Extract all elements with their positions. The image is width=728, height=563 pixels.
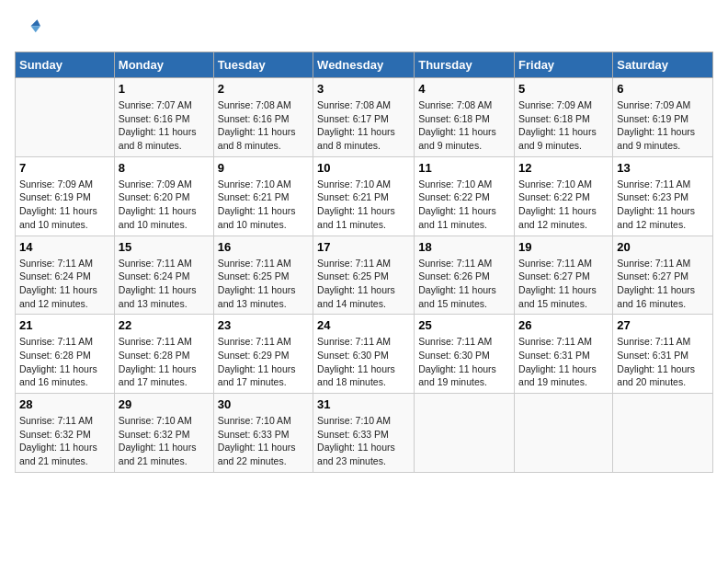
day-cell: 4Sunrise: 7:08 AMSunset: 6:18 PMDaylight… [415,78,515,157]
page-header [15,15,713,40]
day-info: Sunrise: 7:11 AMSunset: 6:28 PMDaylight:… [19,335,110,389]
header-sunday: Sunday [16,52,115,78]
day-info: Sunrise: 7:11 AMSunset: 6:29 PMDaylight:… [218,335,309,389]
day-info: Sunrise: 7:10 AMSunset: 6:32 PMDaylight:… [119,414,210,468]
day-number: 28 [19,397,110,411]
day-info: Sunrise: 7:07 AMSunset: 6:16 PMDaylight:… [119,98,210,153]
day-number: 26 [518,318,609,332]
day-info: Sunrise: 7:11 AMSunset: 6:24 PMDaylight:… [119,257,210,311]
day-info: Sunrise: 7:08 AMSunset: 6:18 PMDaylight:… [418,98,510,153]
day-number: 22 [119,318,210,332]
day-cell: 28Sunrise: 7:11 AMSunset: 6:32 PMDayligh… [16,394,115,473]
day-info: Sunrise: 7:10 AMSunset: 6:21 PMDaylight:… [317,178,410,232]
day-cell: 1Sunrise: 7:07 AMSunset: 6:16 PMDaylight… [114,78,213,157]
header-row: SundayMondayTuesdayWednesdayThursdayFrid… [16,52,713,78]
day-cell: 18Sunrise: 7:11 AMSunset: 6:26 PMDayligh… [415,236,515,315]
day-cell: 7Sunrise: 7:09 AMSunset: 6:19 PMDaylight… [16,156,115,236]
day-info: Sunrise: 7:11 AMSunset: 6:23 PMDaylight:… [617,178,709,232]
header-wednesday: Wednesday [313,52,415,78]
day-cell: 23Sunrise: 7:11 AMSunset: 6:29 PMDayligh… [213,315,313,394]
day-cell [415,394,515,473]
day-number: 4 [418,82,510,96]
header-monday: Monday [114,52,213,78]
day-cell: 5Sunrise: 7:09 AMSunset: 6:18 PMDaylight… [515,78,613,157]
logo [15,15,42,40]
day-number: 15 [119,240,210,254]
day-number: 1 [119,82,210,96]
day-cell: 15Sunrise: 7:11 AMSunset: 6:24 PMDayligh… [114,236,213,315]
day-info: Sunrise: 7:09 AMSunset: 6:20 PMDaylight:… [119,178,210,232]
day-number: 9 [218,161,309,175]
day-number: 3 [317,82,410,96]
day-info: Sunrise: 7:11 AMSunset: 6:27 PMDaylight:… [518,257,609,311]
day-info: Sunrise: 7:11 AMSunset: 6:31 PMDaylight:… [518,335,609,389]
day-number: 24 [317,318,410,332]
day-cell: 17Sunrise: 7:11 AMSunset: 6:25 PMDayligh… [313,236,415,315]
day-info: Sunrise: 7:10 AMSunset: 6:33 PMDaylight:… [218,414,309,468]
day-number: 30 [218,397,309,411]
day-number: 11 [418,161,510,175]
day-number: 23 [218,318,309,332]
day-info: Sunrise: 7:08 AMSunset: 6:16 PMDaylight:… [218,98,309,153]
header-tuesday: Tuesday [213,52,313,78]
day-cell: 14Sunrise: 7:11 AMSunset: 6:24 PMDayligh… [16,236,115,315]
day-info: Sunrise: 7:11 AMSunset: 6:27 PMDaylight:… [617,257,709,311]
day-info: Sunrise: 7:09 AMSunset: 6:19 PMDaylight:… [19,178,110,232]
day-number: 20 [617,240,709,254]
day-number: 7 [19,161,110,175]
day-cell: 10Sunrise: 7:10 AMSunset: 6:21 PMDayligh… [313,156,415,236]
day-number: 12 [518,161,609,175]
day-cell: 9Sunrise: 7:10 AMSunset: 6:21 PMDaylight… [213,156,313,236]
week-row-3: 21Sunrise: 7:11 AMSunset: 6:28 PMDayligh… [16,315,713,394]
header-thursday: Thursday [415,52,515,78]
day-cell: 3Sunrise: 7:08 AMSunset: 6:17 PMDaylight… [313,78,415,157]
day-cell: 26Sunrise: 7:11 AMSunset: 6:31 PMDayligh… [515,315,613,394]
svg-marker-0 [31,19,41,26]
day-cell: 16Sunrise: 7:11 AMSunset: 6:25 PMDayligh… [213,236,313,315]
day-number: 13 [617,161,709,175]
day-info: Sunrise: 7:10 AMSunset: 6:21 PMDaylight:… [218,178,309,232]
day-cell: 13Sunrise: 7:11 AMSunset: 6:23 PMDayligh… [613,156,713,236]
day-info: Sunrise: 7:10 AMSunset: 6:22 PMDaylight:… [518,178,609,232]
day-info: Sunrise: 7:11 AMSunset: 6:26 PMDaylight:… [418,257,510,311]
day-number: 19 [518,240,609,254]
day-number: 21 [19,318,110,332]
day-info: Sunrise: 7:11 AMSunset: 6:28 PMDaylight:… [119,335,210,389]
day-info: Sunrise: 7:10 AMSunset: 6:22 PMDaylight:… [418,178,510,232]
day-number: 29 [119,397,210,411]
day-cell: 8Sunrise: 7:09 AMSunset: 6:20 PMDaylight… [114,156,213,236]
day-number: 8 [119,161,210,175]
day-cell [613,394,713,473]
day-cell: 6Sunrise: 7:09 AMSunset: 6:19 PMDaylight… [613,78,713,157]
day-number: 31 [317,397,410,411]
day-info: Sunrise: 7:10 AMSunset: 6:33 PMDaylight:… [317,414,410,468]
week-row-0: 1Sunrise: 7:07 AMSunset: 6:16 PMDaylight… [16,78,713,157]
day-number: 16 [218,240,309,254]
day-number: 14 [19,240,110,254]
day-info: Sunrise: 7:11 AMSunset: 6:30 PMDaylight:… [418,335,510,389]
week-row-4: 28Sunrise: 7:11 AMSunset: 6:32 PMDayligh… [16,394,713,473]
day-cell: 24Sunrise: 7:11 AMSunset: 6:30 PMDayligh… [313,315,415,394]
day-info: Sunrise: 7:11 AMSunset: 6:24 PMDaylight:… [19,257,110,311]
day-cell: 31Sunrise: 7:10 AMSunset: 6:33 PMDayligh… [313,394,415,473]
day-number: 6 [617,82,709,96]
day-info: Sunrise: 7:11 AMSunset: 6:25 PMDaylight:… [218,257,309,311]
day-info: Sunrise: 7:09 AMSunset: 6:19 PMDaylight:… [617,98,709,153]
day-cell: 19Sunrise: 7:11 AMSunset: 6:27 PMDayligh… [515,236,613,315]
day-cell: 20Sunrise: 7:11 AMSunset: 6:27 PMDayligh… [613,236,713,315]
day-cell [16,78,115,157]
day-cell: 2Sunrise: 7:08 AMSunset: 6:16 PMDaylight… [213,78,313,157]
day-cell [515,394,613,473]
day-number: 17 [317,240,410,254]
day-cell: 11Sunrise: 7:10 AMSunset: 6:22 PMDayligh… [415,156,515,236]
week-row-1: 7Sunrise: 7:09 AMSunset: 6:19 PMDaylight… [16,156,713,236]
svg-marker-1 [31,26,41,32]
header-saturday: Saturday [613,52,713,78]
day-number: 5 [518,82,609,96]
logo-icon [15,15,40,40]
day-cell: 27Sunrise: 7:11 AMSunset: 6:31 PMDayligh… [613,315,713,394]
day-number: 27 [617,318,709,332]
day-number: 18 [418,240,510,254]
day-cell: 25Sunrise: 7:11 AMSunset: 6:30 PMDayligh… [415,315,515,394]
day-cell: 12Sunrise: 7:10 AMSunset: 6:22 PMDayligh… [515,156,613,236]
